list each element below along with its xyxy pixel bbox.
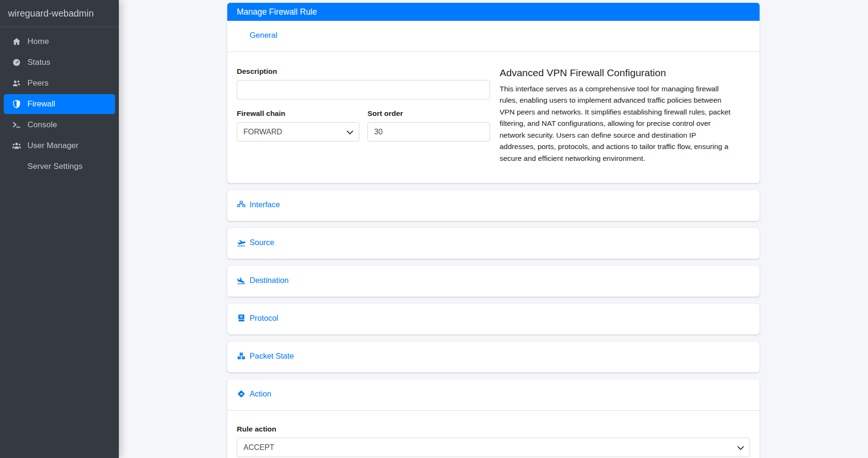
info-heading: Advanced VPN Firewall Configuration [500,67,733,79]
firewall-chain-select[interactable]: FORWARD [237,122,359,141]
rule-action-label: Rule action [237,425,750,433]
info-panel: Advanced VPN Firewall Configuration This… [490,67,750,164]
sidebar-item-label: User Manager [27,141,79,150]
app-brand: wireguard-webadmin [0,0,119,27]
sort-order-input[interactable] [367,122,490,141]
sidebar: wireguard-webadmin Home Status Peers Fir… [0,0,119,458]
sort-order-label: Sort order [367,109,490,118]
section-label: Interface [250,200,280,209]
shield-halved-icon [8,99,25,109]
sidebar-item-home[interactable]: Home [4,32,115,52]
sidebar-item-label: Home [27,37,49,46]
section-toggle-destination[interactable]: Destination [237,276,289,285]
sidebar-item-server-settings[interactable]: Server Settings [4,157,115,176]
sort-order-field-group: Sort order [367,109,490,141]
users-icon [8,141,25,150]
destination-section-card: Destination [227,266,760,297]
firewall-chain-select-wrap: FORWARD [237,122,359,141]
sidebar-item-label: Server Settings [27,162,82,171]
gears-icon [8,162,25,171]
interface-section-card: Interface [227,190,760,221]
packet-state-section-card: Packet State [227,342,760,372]
gauge-icon [8,58,25,67]
firewall-chain-label: Firewall chain [237,109,359,118]
manage-firewall-rule-card: Manage Firewall Rule General Description… [227,3,760,183]
page-title: Manage Firewall Rule [227,3,760,21]
sidebar-item-label: Peers [27,79,48,88]
section-toggle-packet-state[interactable]: Packet State [237,352,294,361]
sidebar-nav: Home Status Peers Firewall Console User … [0,27,119,176]
sidebar-item-console[interactable]: Console [4,115,115,135]
sidebar-item-user-manager[interactable]: User Manager [4,136,115,156]
source-section-card: Source [227,228,760,259]
content-area: Manage Firewall Rule General Description… [119,0,868,458]
section-label: General [250,31,277,40]
section-label: Packet State [250,352,294,361]
sidebar-item-firewall[interactable]: Firewall [4,94,115,114]
users-gear-icon [8,79,25,88]
sidebar-item-status[interactable]: Status [4,53,115,72]
section-label: Destination [250,276,289,285]
gears-icon [237,31,246,40]
info-text: This interface serves as a comprehensive… [500,83,733,164]
sidebar-item-label: Console [27,120,57,130]
plane-departure-icon [237,238,246,247]
section-toggle-general[interactable]: General [237,31,277,40]
section-toggle-source[interactable]: Source [237,238,274,247]
section-label: Source [250,238,274,247]
description-input[interactable] [237,80,490,99]
description-label: Description [237,67,490,76]
description-field-group: Description [237,67,490,99]
sidebar-item-peers[interactable]: Peers [4,73,115,93]
protocol-section-card: Protocol [227,304,760,335]
section-toggle-interface[interactable]: Interface [237,200,280,209]
home-icon [8,37,25,46]
terminal-icon [8,120,25,130]
action-section-card: Action Rule action ACCEPT [227,379,760,458]
section-label: Protocol [250,314,278,323]
rule-action-select-wrap: ACCEPT [237,438,750,457]
section-toggle-action[interactable]: Action [237,389,271,398]
network-wired-icon [237,200,246,209]
sidebar-item-label: Status [27,58,50,67]
section-label: Action [250,389,271,398]
plane-arrival-icon [237,276,246,285]
book-icon [237,314,246,323]
sidebar-item-label: Firewall [27,99,55,109]
rule-action-field-group: Rule action ACCEPT [237,425,750,457]
boxes-stacked-icon [237,352,246,361]
rule-action-select[interactable]: ACCEPT [237,438,750,457]
diamond-turn-right-icon [237,389,246,398]
section-toggle-protocol[interactable]: Protocol [237,314,278,323]
firewall-chain-field-group: Firewall chain FORWARD [237,109,359,141]
